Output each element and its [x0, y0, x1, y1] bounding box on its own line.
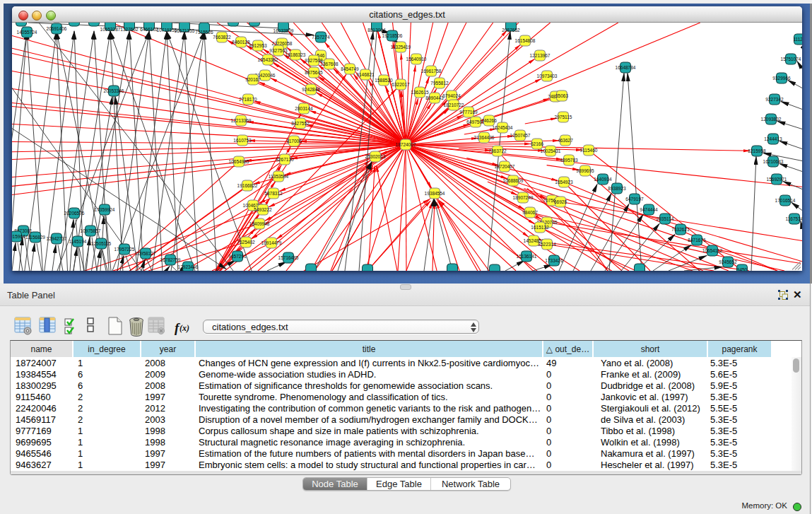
svg-text:20206576: 20206576	[64, 210, 85, 215]
svg-text:18186323: 18186323	[286, 52, 306, 57]
svg-text:16033809: 16033809	[273, 28, 294, 33]
svg-text:6794024: 6794024	[442, 93, 461, 98]
svg-text:6479197: 6479197	[625, 196, 644, 201]
svg-text:1244413: 1244413	[764, 136, 782, 141]
svg-text:746266: 746266	[481, 117, 497, 122]
svg-text:2087652: 2087652	[502, 28, 520, 33]
svg-text:8875645: 8875645	[305, 69, 323, 74]
svg-text:20691406: 20691406	[47, 25, 67, 30]
svg-text:2803144: 2803144	[295, 105, 313, 110]
svg-text:25302013: 25302013	[365, 153, 386, 158]
svg-text:8912953: 8912953	[249, 42, 267, 47]
svg-text:7625402: 7625402	[237, 239, 255, 244]
svg-text:1167534: 1167534	[786, 216, 802, 221]
svg-text:1615132: 1615132	[531, 224, 549, 229]
svg-text:11156829: 11156829	[25, 234, 45, 239]
svg-text:11325419: 11325419	[391, 44, 411, 49]
svg-text:17359924: 17359924	[95, 206, 115, 211]
svg-text:18724007: 18724007	[396, 141, 416, 146]
svg-text:12093832: 12093832	[761, 116, 782, 121]
svg-text:10654985: 10654985	[229, 158, 249, 163]
svg-text:3915964: 3915964	[12, 233, 25, 238]
svg-text:16671355: 16671355	[175, 28, 195, 33]
svg-text:1733426: 1733426	[545, 257, 563, 262]
svg-text:8454749: 8454749	[341, 66, 359, 71]
svg-text:18907249: 18907249	[513, 194, 534, 199]
svg-text:10653287: 10653287	[100, 27, 121, 32]
svg-text:16245434: 16245434	[493, 124, 513, 129]
svg-text:10958127: 10958127	[136, 250, 156, 255]
svg-text:12923446: 12923446	[178, 264, 199, 269]
svg-text:19384554: 19384554	[425, 190, 445, 195]
svg-text:7955812: 7955812	[430, 80, 449, 85]
svg-text:8460128: 8460128	[232, 39, 250, 44]
svg-text:16782759: 16782759	[160, 257, 181, 262]
svg-text:16210643: 16210643	[763, 158, 784, 163]
svg-text:7863722: 7863722	[488, 148, 507, 153]
svg-text:8215958: 8215958	[748, 148, 766, 153]
svg-text:12505115: 12505115	[91, 240, 112, 245]
svg-text:8990443: 8990443	[425, 95, 444, 100]
svg-text:15716485: 15716485	[278, 255, 299, 259]
svg-text:20053346: 20053346	[104, 88, 124, 93]
svg-text:10973403: 10973403	[537, 73, 558, 78]
svg-text:1588520: 1588520	[375, 77, 393, 82]
svg-text:8427552: 8427552	[291, 120, 310, 125]
svg-text:2367608: 2367608	[320, 61, 339, 66]
svg-text:16154808: 16154808	[515, 37, 536, 42]
svg-text:1145194: 1145194	[69, 238, 87, 243]
svg-text:5878312: 5878312	[264, 190, 283, 195]
svg-text:9777169: 9777169	[459, 109, 478, 114]
svg-text:19166822: 19166822	[237, 182, 258, 187]
svg-text:17957225: 17957225	[114, 246, 135, 251]
svg-text:16914479: 16914479	[261, 240, 282, 245]
svg-text:19218506: 19218506	[382, 33, 403, 37]
svg-text:10507457: 10507457	[510, 132, 531, 137]
svg-text:1362615: 1362615	[411, 89, 429, 94]
svg-text:12213967: 12213967	[530, 52, 551, 57]
svg-text:15692971: 15692971	[767, 176, 787, 181]
svg-text:15751074: 15751074	[781, 56, 801, 61]
svg-text:8471676: 8471676	[688, 237, 706, 242]
svg-text:15640910: 15640910	[406, 56, 427, 61]
svg-text:11353594: 11353594	[269, 173, 289, 178]
svg-text:9115460: 9115460	[580, 147, 598, 152]
svg-text:817006: 817006	[286, 138, 302, 143]
svg-text:9450: 9450	[737, 267, 748, 270]
svg-text:10654112: 10654112	[702, 247, 723, 252]
svg-text:9146821: 9146821	[356, 71, 375, 76]
svg-text:2718170: 2718170	[239, 96, 257, 101]
svg-text:1640934: 1640934	[594, 176, 612, 181]
svg-text:10975857: 10975857	[81, 228, 101, 233]
svg-text:10688609: 10688609	[503, 177, 524, 182]
svg-text:9899695: 9899695	[576, 168, 594, 173]
svg-text:9329966: 9329966	[772, 75, 791, 80]
svg-text:11123: 11123	[793, 36, 802, 41]
svg-text:463627: 463627	[558, 137, 573, 142]
svg-text:7515526: 7515526	[195, 30, 213, 35]
svg-text:17016514: 17016514	[775, 197, 796, 202]
svg-text:920167: 920167	[245, 76, 261, 81]
svg-text:21364436: 21364436	[474, 134, 495, 139]
svg-text:2522314: 2522314	[538, 241, 556, 246]
svg-text:62166: 62166	[531, 141, 543, 146]
svg-text:18409948: 18409948	[249, 221, 270, 226]
svg-text:7357274: 7357274	[312, 34, 330, 39]
svg-text:23226058: 23226058	[272, 40, 293, 45]
svg-text:6322017: 6322017	[392, 81, 410, 86]
svg-text:18720407: 18720407	[495, 163, 515, 168]
svg-text:1654923: 1654923	[555, 179, 573, 184]
svg-text:8938923: 8938923	[608, 185, 626, 190]
svg-text:8267130: 8267130	[276, 156, 294, 161]
svg-text:10025431: 10025431	[541, 148, 561, 153]
svg-text:7663822: 7663822	[213, 34, 231, 39]
svg-text:2975115: 2975115	[555, 114, 572, 119]
svg-text:66928: 66928	[554, 199, 567, 204]
svg-text:9657291: 9657291	[228, 253, 247, 258]
svg-text:4895783: 4895783	[560, 157, 578, 162]
svg-text:9245652: 9245652	[719, 259, 737, 264]
svg-text:1610753: 1610753	[233, 137, 252, 142]
svg-text:9227342: 9227342	[765, 96, 784, 101]
svg-text:5493222: 5493222	[254, 206, 272, 211]
svg-text:984067: 984067	[522, 209, 538, 214]
